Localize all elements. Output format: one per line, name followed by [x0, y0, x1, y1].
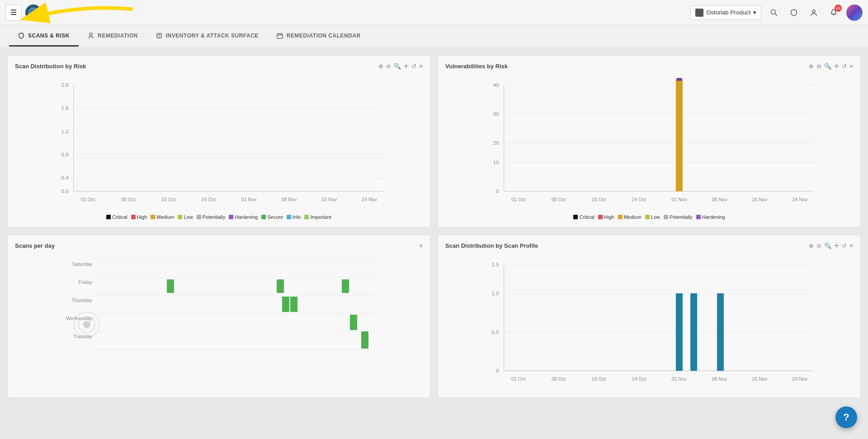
search-button[interactable] [767, 5, 781, 20]
scans-per-day-controls: ≡ [419, 242, 423, 249]
notification-button[interactable]: 24 [826, 5, 841, 20]
scan-distribution-legend: Critical High Medium Low Potentially Har… [15, 214, 423, 220]
spd-menu-icon[interactable]: ≡ [419, 242, 423, 249]
menu-button[interactable]: ☰ [5, 5, 22, 21]
svg-text:Friday: Friday [78, 279, 92, 285]
vulnerabilities-card: Vulnerabilities by Risk ⊕ ⊖ 🔍 ✛ ↺ ≡ 0 10 [438, 55, 861, 227]
legend-hardening: Hardening [229, 214, 258, 220]
vuln-legend-high: High [598, 214, 614, 220]
scan-distribution-controls: ⊕ ⊖ 🔍 ✛ ↺ ≡ [378, 63, 423, 70]
svg-text:16 Oct: 16 Oct [592, 376, 606, 382]
header-left: ☰ [5, 5, 42, 21]
svg-text:1.5: 1.5 [491, 261, 499, 267]
sp-zoom-in-icon[interactable]: ⊕ [809, 242, 814, 249]
svg-rect-75 [282, 297, 289, 312]
zoom-out-icon[interactable]: ⊖ [386, 63, 391, 70]
svg-text:08 Nov: 08 Nov [712, 376, 727, 382]
svg-text:Thursday: Thursday [71, 297, 92, 303]
scans-per-day-header: Scans per day ≡ [15, 242, 423, 249]
tab-remediation-calendar[interactable]: REMEDIATION CALENDAR [268, 26, 370, 47]
svg-rect-60 [676, 78, 682, 80]
tab-scans-risk[interactable]: SCANS & RISK [9, 26, 79, 47]
nav-tabs: SCANS & RISK REMEDIATION INVENTORY & ATT… [0, 25, 868, 48]
sp-reset-icon[interactable]: ↺ [842, 242, 847, 249]
sp-menu-icon[interactable]: ≡ [849, 242, 853, 249]
move-icon[interactable]: ✛ [404, 63, 409, 70]
sp-search-icon[interactable]: 🔍 [824, 242, 831, 249]
svg-text:08 Oct: 08 Oct [121, 197, 136, 202]
scan-profile-controls: ⊕ ⊖ 🔍 ✛ ↺ ≡ [809, 242, 853, 249]
svg-rect-15 [277, 34, 283, 38]
vuln-legend-potentially: Potentially [664, 214, 693, 220]
search-chart-icon[interactable]: 🔍 [394, 63, 401, 70]
vuln-legend-hardening: Hardening [696, 214, 725, 220]
svg-rect-78 [361, 331, 368, 349]
legend-high: High [131, 214, 147, 220]
product-selector[interactable]: Ostorlab Product ▾ [690, 5, 761, 20]
menu-icon: ☰ [10, 8, 17, 17]
vuln-zoom-in-icon[interactable]: ⊕ [809, 63, 814, 70]
svg-rect-74 [342, 279, 349, 293]
tab-inventory-label: INVENTORY & ATTACK SURFACE [166, 33, 259, 39]
scan-distribution-chart: 0.0 0.4 0.8 1.2 1.6 2.0 01 Oct 08 Oct 16… [15, 75, 423, 211]
svg-text:2.0: 2.0 [61, 82, 69, 88]
vuln-search-icon[interactable]: 🔍 [824, 63, 831, 70]
svg-text:0.0: 0.0 [61, 188, 69, 194]
search-icon [770, 9, 778, 16]
zoom-in-icon[interactable]: ⊕ [378, 63, 383, 70]
tab-remediation-calendar-label: REMEDIATION CALENDAR [287, 33, 361, 39]
person-icon [810, 9, 817, 16]
svg-rect-72 [167, 279, 174, 293]
svg-text:24 Nov: 24 Nov [792, 376, 808, 382]
person-button[interactable] [807, 5, 821, 20]
tab-remediation[interactable]: REMEDIATION [79, 26, 147, 47]
svg-text:0.4: 0.4 [61, 175, 69, 180]
vulnerabilities-header: Vulnerabilities by Risk ⊕ ⊖ 🔍 ✛ ↺ ≡ [445, 63, 853, 70]
calendar-icon [277, 33, 283, 39]
svg-rect-77 [350, 315, 357, 330]
scan-distribution-header: Scan Distribution by Risk ⊕ ⊖ 🔍 ✛ ↺ ≡ [15, 63, 423, 70]
vuln-menu-icon[interactable]: ≡ [849, 63, 853, 70]
svg-text:1.6: 1.6 [61, 105, 69, 111]
tab-scans-risk-label: SCANS & RISK [28, 33, 70, 39]
svg-text:1.2: 1.2 [61, 128, 68, 134]
svg-text:40: 40 [493, 82, 500, 88]
svg-text:24 Nov: 24 Nov [362, 197, 377, 202]
svg-point-81 [83, 321, 90, 328]
vuln-move-icon[interactable]: ✛ [834, 63, 839, 70]
shield-button[interactable] [787, 5, 801, 20]
svg-rect-73 [277, 279, 284, 293]
svg-text:08 Nov: 08 Nov [712, 197, 727, 202]
reset-icon[interactable]: ↺ [411, 63, 416, 70]
svg-text:24 Oct: 24 Oct [202, 197, 216, 202]
svg-text:16 Oct: 16 Oct [161, 197, 176, 202]
vulnerabilities-controls: ⊕ ⊖ 🔍 ✛ ↺ ≡ [809, 63, 853, 70]
vuln-reset-icon[interactable]: ↺ [842, 63, 847, 70]
vulnerabilities-legend: Critical High Medium Low Potentially Har… [445, 214, 853, 220]
svg-text:24 Nov: 24 Nov [792, 197, 808, 202]
svg-text:01 Oct: 01 Oct [511, 376, 526, 382]
svg-text:20: 20 [493, 140, 500, 146]
menu-chart-icon[interactable]: ≡ [419, 63, 423, 70]
vuln-legend-low: Low [645, 214, 660, 220]
svg-rect-100 [690, 293, 697, 371]
svg-line-9 [775, 14, 778, 16]
svg-rect-99 [676, 293, 683, 371]
sp-move-icon[interactable]: ✛ [834, 242, 839, 249]
avatar[interactable] [846, 5, 863, 21]
svg-text:1.0: 1.0 [491, 290, 499, 296]
tab-inventory[interactable]: INVENTORY & ATTACK SURFACE [147, 26, 268, 47]
legend-info: Info [287, 214, 301, 220]
vulnerabilities-title: Vulnerabilities by Risk [445, 63, 508, 70]
svg-text:Wednesday: Wednesday [66, 316, 92, 321]
header: ☰ Ostorlab Product ▾ [0, 0, 868, 25]
sp-zoom-out-icon[interactable]: ⊖ [816, 242, 821, 249]
scan-profile-title: Scan Distribution by Scan Profile [445, 242, 538, 249]
svg-text:08 Oct: 08 Oct [552, 197, 566, 202]
scan-profile-chart: 0 0.5 1.0 1.5 01 Oct 08 Oct 16 Oct 24 Oc… [445, 255, 853, 390]
legend-medium: Medium [151, 214, 174, 220]
svg-text:Saturday: Saturday [72, 261, 93, 267]
logo-icon [28, 8, 38, 18]
svg-text:01 Nov: 01 Nov [241, 197, 257, 202]
vuln-zoom-out-icon[interactable]: ⊖ [816, 63, 821, 70]
